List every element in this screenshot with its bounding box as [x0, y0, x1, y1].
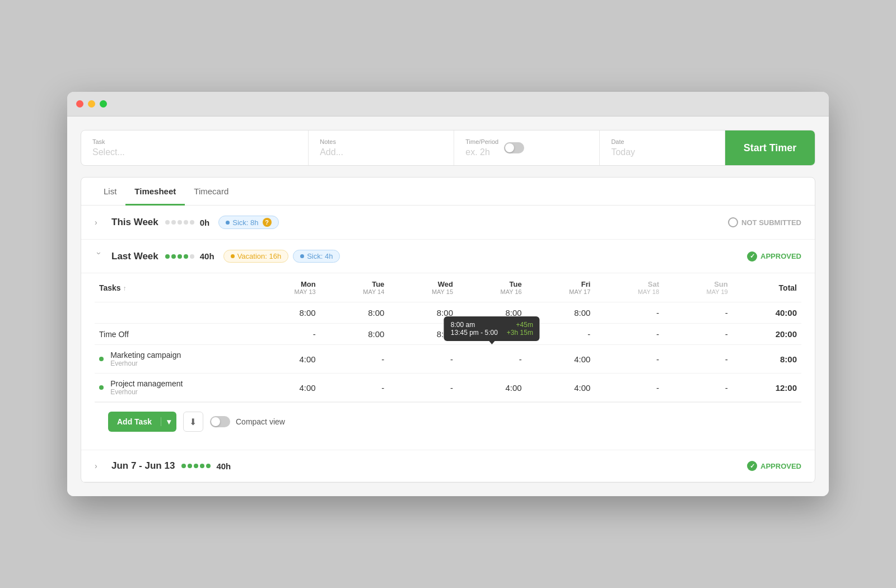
timeperiod-field[interactable]: Time/Period ex. 2h	[454, 130, 600, 165]
dot-3	[178, 220, 182, 225]
jun-week-row[interactable]: › Jun 7 - Jun 13 40h ✓ APPROVED	[81, 450, 815, 482]
sun-header: Sun MAY 19	[664, 273, 732, 302]
task-field[interactable]: Task Select...	[81, 130, 309, 165]
close-button[interactable]	[76, 100, 83, 108]
marketing-row: Marketing campaign Everhour 4:00 - - - 4…	[95, 345, 801, 374]
dot-4	[184, 220, 188, 225]
jun-approved-icon: ✓	[747, 461, 757, 471]
not-submitted-label: NOT SUBMITTED	[741, 218, 801, 227]
dot-5	[190, 220, 194, 225]
totals-sun: -	[664, 302, 732, 324]
jun-week-title: Jun 7 - Jun 13	[111, 460, 175, 472]
dot-1	[165, 254, 170, 259]
date-value: Today	[611, 147, 713, 157]
dot-2	[171, 254, 176, 259]
sick-badge-label: Sick: 8h	[232, 218, 258, 227]
last-week-hours: 40h	[200, 251, 214, 261]
marketing-sat: -	[595, 345, 664, 374]
pm-total: 12:00	[732, 374, 801, 402]
this-week-row[interactable]: › This Week 0h Sick: 8h ? NOT SU	[81, 206, 815, 240]
pm-task: Project management Everhour	[95, 374, 251, 402]
last-week-vacation-badge: Vacation: 16h	[223, 250, 289, 263]
tooltip-time-1: 8:00 am	[451, 321, 475, 329]
mon-date: MAY 13	[256, 288, 316, 295]
approved-icon: ✓	[747, 251, 757, 262]
sort-icon[interactable]: ↑	[123, 284, 127, 292]
sick-badge-question: ?	[263, 218, 272, 227]
total-header: Total	[732, 273, 801, 302]
pm-mon: 4:00	[251, 374, 320, 402]
last-week-sick-badge: Sick: 4h	[293, 250, 340, 263]
tabs-bar: List Timesheet Timecard	[81, 178, 815, 206]
fri-header: Fri MAY 17	[526, 273, 595, 302]
sick2-badge-label: Sick: 4h	[307, 252, 333, 260]
marketing-mon: 4:00	[251, 345, 320, 374]
last-week-dots	[165, 254, 194, 259]
download-button[interactable]: ⬇	[183, 412, 203, 432]
last-week-title: Last Week	[111, 251, 158, 262]
compact-view-toggle[interactable]	[210, 416, 230, 427]
this-week-dots	[165, 220, 194, 225]
date-field[interactable]: Date Today	[600, 130, 725, 165]
timer-row: Task Select... Notes Add... Time/Period …	[81, 130, 815, 166]
tab-timesheet[interactable]: Timesheet	[125, 178, 185, 206]
add-task-button[interactable]: Add Task ▾	[108, 412, 176, 432]
sick-badge-dot	[226, 221, 230, 225]
fri-date: MAY 17	[531, 288, 591, 295]
time-off-tue14: 8:00	[320, 324, 389, 345]
marketing-total: 8:00	[732, 345, 801, 374]
timesheet-section: Tasks ↑ Mon MAY 13 Tue MAY 14	[81, 273, 815, 450]
vacation-badge-dot	[231, 254, 235, 258]
tue16-header: Tue MAY 16	[458, 273, 526, 302]
marketing-bullet	[99, 357, 104, 361]
wed-header: Wed MAY 15	[389, 273, 458, 302]
date-label: Date	[611, 138, 713, 145]
last-week-row[interactable]: › Last Week 40h Vacation: 16h Sick: 4h	[81, 240, 815, 273]
time-off-sun: -	[664, 324, 732, 345]
tue14-name: Tue	[325, 280, 385, 288]
titlebar	[67, 92, 829, 116]
dot-5	[190, 254, 194, 259]
tab-list[interactable]: List	[95, 178, 125, 206]
time-off-mon: -	[251, 324, 320, 345]
totals-total: 40:00	[732, 302, 801, 324]
dot-4	[184, 254, 188, 259]
jun-week-hours: 40h	[216, 461, 231, 471]
not-submitted-icon	[728, 217, 738, 227]
marketing-project: Everhour	[110, 360, 181, 367]
timer-toggle[interactable]	[504, 142, 524, 153]
tue16-date: MAY 16	[462, 288, 522, 295]
maximize-button[interactable]	[100, 100, 107, 108]
jdot-5	[206, 464, 211, 468]
this-week-chevron: ›	[95, 218, 104, 227]
minimize-button[interactable]	[88, 100, 95, 108]
timesheet-table: Tasks ↑ Mon MAY 13 Tue MAY 14	[95, 273, 801, 402]
totals-task-cell	[95, 302, 251, 324]
sat-header: Sat MAY 18	[595, 273, 664, 302]
bottom-controls: Add Task ▾ ⬇ Compact view	[95, 402, 801, 441]
pm-wed: -	[389, 374, 458, 402]
pm-tue14: -	[320, 374, 389, 402]
sun-date: MAY 19	[668, 288, 728, 295]
notes-field[interactable]: Notes Add...	[309, 130, 454, 165]
compact-view-control: Compact view	[210, 416, 285, 427]
time-off-total: 20:00	[732, 324, 801, 345]
tue16-name: Tue	[462, 280, 522, 288]
mon-name: Mon	[256, 280, 316, 288]
tab-timecard[interactable]: Timecard	[185, 178, 237, 206]
start-timer-button[interactable]: Start Timer	[725, 130, 815, 165]
tooltip-time-2: 13:45 pm - 5:00	[451, 329, 498, 337]
app-window: Task Select... Notes Add... Time/Period …	[67, 92, 829, 496]
pm-sat: -	[595, 374, 664, 402]
jdot-1	[181, 464, 186, 468]
compact-view-label: Compact view	[236, 417, 285, 426]
time-off-task: Time Off	[95, 324, 251, 345]
tue14-date: MAY 14	[325, 288, 385, 295]
jun-week-status: ✓ APPROVED	[747, 461, 801, 471]
wed-date: MAY 15	[393, 288, 453, 295]
approved-label: APPROVED	[760, 252, 801, 260]
pm-bullet	[99, 385, 104, 390]
pm-tue16: 4:00	[458, 374, 526, 402]
add-task-label: Add Task	[108, 417, 161, 426]
add-task-chevron-icon[interactable]: ▾	[161, 417, 176, 426]
